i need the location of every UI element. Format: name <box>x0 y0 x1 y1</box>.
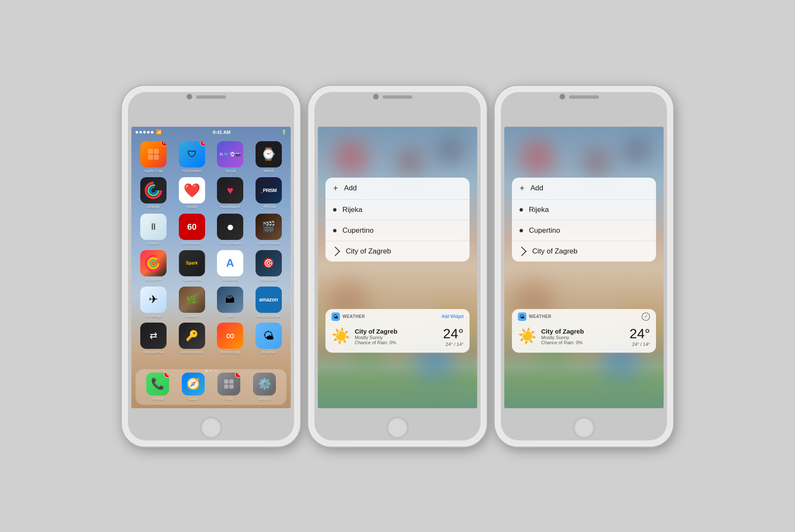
app-amazon[interactable]: amazon Amazon Video <box>252 287 286 319</box>
iphone-1-home-button[interactable] <box>200 417 222 439</box>
widget-rijeka-label-2: Rijeka <box>342 206 362 214</box>
weather-app-icon-2: 🌤 <box>331 312 340 321</box>
widget-panel-2: + Add Rijeka Cupertino City of Zagreb <box>325 178 470 262</box>
app-heartwatch-icon: ♥ <box>217 177 243 203</box>
home-screen: 📶 9:41 AM 🔋 <box>131 127 291 408</box>
dock-settings[interactable]: ⚙️ Settings <box>253 373 276 401</box>
cupertino-dot-2 <box>333 229 336 232</box>
dock-phone-badge: 1 <box>164 373 169 378</box>
widget-item-rijeka-3[interactable]: Rijeka <box>512 200 656 220</box>
app-social-icon: in 🐦 👻 📷 <box>217 141 243 167</box>
app-alto-label: Alto <box>227 314 233 319</box>
app-heartwatch[interactable]: ♥ HeartWatch <box>213 177 247 209</box>
app-tinygame[interactable]: ● A Tiny Game <box>213 214 247 246</box>
rijeka-dot-3 <box>520 208 523 212</box>
weather-widget-2: 🌤 WEATHER Add Widget ☀️ City of Zagreb M… <box>325 309 470 353</box>
weather-add-btn-2[interactable]: Add Widget <box>442 314 464 319</box>
svg-text:A: A <box>226 256 234 269</box>
widget-item-cupertino-2[interactable]: Cupertino <box>325 220 470 241</box>
weather-body-3: ☀️ City of Zagreb Mostly Sunny Chance of… <box>512 323 656 353</box>
app-activitypp[interactable]: Activity++ <box>136 250 171 282</box>
rijeka-dot-2 <box>333 208 336 212</box>
app-activitypp-label: Activity++ <box>145 278 162 282</box>
dock-settings-label: Settings <box>258 397 272 401</box>
app-ad-blockers[interactable]: 🛡 1 Ad blockers <box>175 141 209 173</box>
weather-title-row-2: 🌤 WEATHER <box>331 312 365 321</box>
widget-screen-3: + Add Rijeka Cupertino City of Zagreb <box>504 127 664 408</box>
weather-label-2: WEATHER <box>342 314 365 319</box>
signal-dot-5 <box>151 131 153 134</box>
weather-condition-3: Mostly Sunny <box>541 335 625 340</box>
app-apple-crap-label: Apple Crap <box>144 169 163 173</box>
widget-item-zagreb-3[interactable]: City of Zagreb <box>512 241 656 262</box>
app-weather[interactable]: 🌤 Weather <box>252 323 286 355</box>
app-60min[interactable]: 60 60 Minutes <box>175 214 209 246</box>
app-activitypp-icon <box>140 250 167 276</box>
widget-item-add-3[interactable]: + Add <box>512 178 656 200</box>
app-prism-label: _PRISM <box>261 205 276 209</box>
weather-rain-3: Chance of Rain: 0% <box>541 340 625 345</box>
iphone-2-camera <box>373 94 379 100</box>
app-activity[interactable]: Activity <box>136 177 171 209</box>
weather-temp-range-3: 24° / 14° <box>630 342 650 347</box>
widget-screen-2: + Add Rijeka Cupertino City of Zagreb <box>318 127 477 408</box>
app-alto-icon: 🏔 <box>217 287 243 313</box>
iphone-3-home-button[interactable] <box>573 417 595 439</box>
app-apple-crap-icon: 71 <box>140 141 167 167</box>
app-watch-icon: ⌚ <box>256 141 282 167</box>
app-pause[interactable]: ⏸ · Pause · <box>136 214 171 246</box>
app-afterpulse[interactable]: 🎯 Afterpulse <box>252 250 286 282</box>
dock-safari[interactable]: 🧭 Safari <box>182 373 205 401</box>
app-authenticator[interactable]: 🔑 Authenticator <box>175 323 209 355</box>
iphone-3: + Add Rijeka Cupertino City of Zagreb <box>495 86 673 446</box>
app-boomerang[interactable]: ∞ Boomerang <box>213 323 247 355</box>
app-prism[interactable]: _PRISM _PRISM <box>252 177 286 209</box>
app-actionmovie[interactable]: 🎬 Action Movie <box>252 214 286 246</box>
iphone-2-home-button[interactable] <box>386 417 409 439</box>
widget-item-cupertino-3[interactable]: Cupertino <box>512 220 656 241</box>
app-adwords-icon: A <box>217 250 243 276</box>
app-pause-label: · Pause · <box>146 241 161 246</box>
app-health-icon: ❤️ <box>179 177 205 203</box>
app-apple-crap[interactable]: 71 Apple Crap <box>136 141 171 173</box>
app-health[interactable]: ❤️ Health <box>175 177 209 209</box>
weather-header-3: 🌤 WEATHER <box>512 309 656 323</box>
app-almost[interactable]: 🌿 Almost <box>175 287 209 319</box>
app-authenticator-label: Authenticator <box>181 350 203 355</box>
badge-apple-crap: 71 <box>161 141 167 146</box>
app-amountplus[interactable]: ⇄ Amount Plus <box>136 323 171 355</box>
widget-item-rijeka-2[interactable]: Rijeka <box>325 200 470 220</box>
dock-utils-icon: 1 <box>217 373 240 396</box>
app-watch[interactable]: ⌚ Watch <box>252 141 286 173</box>
signal-dot-1 <box>136 131 138 134</box>
weather-temps-2: 24° 24° / 14° <box>443 326 464 347</box>
app-airwings[interactable]: ✈ Air Wings <box>136 287 171 319</box>
app-tinygame-icon: ● <box>217 214 243 240</box>
app-airwings-label: Air Wings <box>145 314 162 319</box>
widget-add-label-2: Add <box>344 184 357 192</box>
weather-city-2: City of Zagreb <box>355 328 439 335</box>
svg-point-5 <box>150 260 156 266</box>
app-adwords[interactable]: A AdWords <box>213 250 247 282</box>
zagreb-arrow-2 <box>331 246 340 256</box>
weather-condition-2: Mostly Sunny <box>355 335 439 340</box>
dock-phone[interactable]: 📞 1 Phone <box>146 373 169 401</box>
app-amountplus-icon: ⇄ <box>140 323 167 349</box>
app-sparkpost[interactable]: Spark Spark Post <box>175 250 209 282</box>
weather-check-3[interactable] <box>642 312 650 321</box>
app-alto[interactable]: 🏔 Alto <box>213 287 247 319</box>
widget-item-zagreb-2[interactable]: City of Zagreb <box>325 241 470 262</box>
iphone-3-screen: + Add Rijeka Cupertino City of Zagreb <box>504 127 664 408</box>
app-prism-icon: _PRISM <box>256 177 282 203</box>
app-afterpulse-icon: 🎯 <box>256 250 282 276</box>
app-60min-label: 60 Minutes <box>183 241 201 246</box>
widget-item-add-2[interactable]: + Add <box>325 178 470 200</box>
weather-temp-2: 24° <box>443 326 464 342</box>
phones-container: 📶 9:41 AM 🔋 <box>118 86 677 446</box>
app-social[interactable]: in 🐦 👻 📷 Social <box>213 141 247 173</box>
widget-zagreb-label-3: City of Zagreb <box>532 247 578 256</box>
dock-utils[interactable]: 1 Utils <box>217 373 240 401</box>
weather-city-3: City of Zagreb <box>541 328 625 335</box>
dock-utils-label: Utils <box>225 397 233 401</box>
dock-safari-label: Safari <box>188 397 198 401</box>
